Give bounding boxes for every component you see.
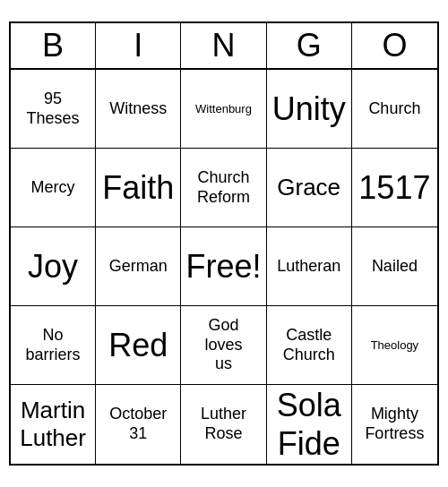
cell-text: Free! bbox=[185, 247, 261, 286]
bingo-card: BINGO 95ThesesWitnessWittenburgUnityChur… bbox=[9, 21, 439, 466]
bingo-cell: Unity bbox=[267, 70, 352, 149]
cell-text: LutherRose bbox=[201, 405, 246, 443]
bingo-cell: Nobarriers bbox=[11, 306, 96, 385]
bingo-cell: Theology bbox=[352, 306, 437, 385]
bingo-cell: 95Theses bbox=[11, 70, 96, 149]
bingo-grid: 95ThesesWitnessWittenburgUnityChurchMerc… bbox=[11, 70, 437, 464]
cell-text: Godlovesus bbox=[204, 316, 242, 374]
cell-text: Nailed bbox=[372, 257, 418, 277]
bingo-cell: Church bbox=[352, 70, 437, 149]
bingo-cell: Nailed bbox=[352, 227, 437, 306]
header-letter: G bbox=[267, 23, 352, 68]
header-letter: O bbox=[352, 23, 437, 68]
bingo-cell: Mercy bbox=[11, 149, 96, 227]
bingo-cell: Joy bbox=[11, 227, 96, 306]
bingo-cell: 1517 bbox=[352, 149, 437, 227]
cell-text: 95Theses bbox=[27, 90, 80, 128]
cell-text: MightyFortress bbox=[365, 405, 424, 443]
bingo-cell: German bbox=[96, 227, 181, 306]
header-letter: I bbox=[96, 23, 181, 68]
cell-text: Church bbox=[368, 99, 420, 119]
bingo-cell: Red bbox=[96, 306, 181, 385]
cell-text: October31 bbox=[109, 405, 167, 443]
cell-text: Unity bbox=[272, 90, 346, 128]
bingo-cell: Wittenburg bbox=[181, 70, 266, 149]
bingo-cell: Free! bbox=[181, 227, 266, 306]
bingo-cell: LutherRose bbox=[181, 385, 266, 464]
bingo-cell: Godlovesus bbox=[181, 306, 266, 385]
cell-text: SolaFide bbox=[277, 386, 341, 463]
bingo-cell: October31 bbox=[96, 385, 181, 464]
cell-text: Lutheran bbox=[277, 257, 340, 277]
cell-text: Witness bbox=[109, 99, 167, 119]
bingo-cell: SolaFide bbox=[267, 385, 352, 464]
cell-text: ChurchReform bbox=[197, 168, 250, 207]
bingo-cell: Witness bbox=[96, 70, 181, 149]
cell-text: Nobarriers bbox=[26, 326, 81, 364]
cell-text: Grace bbox=[277, 174, 340, 201]
cell-text: CastleChurch bbox=[283, 326, 335, 364]
cell-text: German bbox=[109, 257, 168, 277]
cell-text: Theology bbox=[371, 338, 418, 353]
bingo-cell: Lutheran bbox=[267, 227, 352, 306]
header-letter: B bbox=[11, 23, 96, 68]
header-letter: N bbox=[181, 23, 266, 68]
cell-text: Red bbox=[108, 326, 168, 364]
cell-text: Mercy bbox=[31, 178, 75, 198]
bingo-cell: Grace bbox=[267, 149, 352, 227]
bingo-cell: MightyFortress bbox=[352, 385, 437, 464]
cell-text: Wittenburg bbox=[195, 102, 252, 116]
bingo-header: BINGO bbox=[11, 23, 437, 70]
cell-text: Faith bbox=[102, 168, 174, 207]
cell-text: Joy bbox=[28, 247, 78, 286]
cell-text: MartinLuther bbox=[20, 397, 86, 452]
bingo-cell: ChurchReform bbox=[181, 149, 266, 227]
bingo-cell: Faith bbox=[96, 149, 181, 227]
cell-text: 1517 bbox=[358, 168, 430, 207]
bingo-cell: MartinLuther bbox=[11, 385, 96, 464]
bingo-cell: CastleChurch bbox=[267, 306, 352, 385]
